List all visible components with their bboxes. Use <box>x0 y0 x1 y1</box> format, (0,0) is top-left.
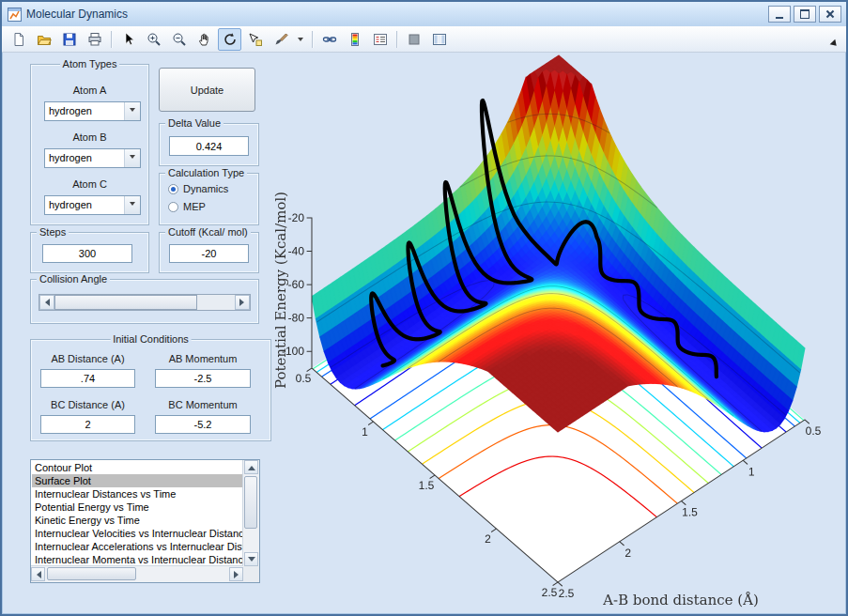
collision-angle-slider[interactable] <box>39 294 251 311</box>
list-item[interactable]: Internuclear Distances vs Time <box>32 487 242 500</box>
colorbar-icon <box>347 32 362 47</box>
atom-a-value: hydrogen <box>45 102 124 120</box>
plot-type-listbox[interactable]: Contour PlotSurface PlotInternuclear Dis… <box>30 459 260 583</box>
window-title: Molecular Dynamics <box>26 8 128 21</box>
calculation-type-panel: Calculation Type Dynamics MEP <box>159 173 259 225</box>
minimize-button[interactable] <box>768 6 791 23</box>
atom-c-value: hydrogen <box>45 196 124 214</box>
pan-hand-icon <box>197 32 212 47</box>
scroll-up-button[interactable] <box>244 460 258 474</box>
scroll-down-button[interactable] <box>244 552 258 566</box>
list-item[interactable]: Kinetic Energy vs Time <box>32 514 242 527</box>
atom-a-dropdown[interactable]: hydrogen <box>44 101 141 121</box>
zoom-in-button[interactable] <box>142 28 165 51</box>
radio-dynamics[interactable]: Dynamics <box>168 183 228 194</box>
minimize-icon <box>776 17 783 19</box>
maximize-icon <box>800 9 809 19</box>
steps-input[interactable] <box>42 244 132 263</box>
brush-button[interactable] <box>269 28 292 51</box>
atom-b-dropdown[interactable]: hydrogen <box>44 148 141 168</box>
cutoff-panel: Cutoff (Kcal/ mol) <box>159 232 259 273</box>
titlebar[interactable]: Molecular Dynamics <box>2 2 846 27</box>
toolbar-overflow-chevron[interactable] <box>830 39 842 52</box>
pointer-tool-button[interactable] <box>116 28 140 51</box>
list-item[interactable]: Surface Plot <box>32 474 242 487</box>
scrollbar-corner <box>243 566 259 582</box>
new-file-button[interactable] <box>7 28 30 51</box>
horizontal-scrollbar[interactable] <box>31 565 243 582</box>
list-item[interactable]: Internuclear Velocities vs Internuclear … <box>32 527 242 540</box>
arrow-left-icon <box>33 571 41 578</box>
print-button[interactable] <box>83 28 106 51</box>
open-file-button[interactable] <box>32 28 55 51</box>
list-item[interactable]: Potential Energy vs Time <box>32 500 242 514</box>
radio-icon <box>168 184 178 194</box>
list-item[interactable]: Internuclear Accelerations vs Internucle… <box>32 540 242 553</box>
steps-panel: Steps <box>30 232 149 273</box>
toolbar-separator <box>111 31 112 48</box>
bc-distance-input[interactable] <box>40 415 135 434</box>
insert-colorbar-button[interactable] <box>343 28 366 51</box>
print-icon <box>87 32 102 47</box>
panel-title: Initial Conditions <box>110 333 192 345</box>
chevron-down-icon <box>298 38 303 44</box>
dropdown-arrow-icon[interactable] <box>124 196 140 214</box>
insert-legend-button[interactable] <box>368 28 392 51</box>
link-plots-button[interactable] <box>317 28 341 51</box>
horizontal-scroll-thumb[interactable] <box>47 567 136 580</box>
zoom-out-button[interactable] <box>167 28 191 51</box>
show-plot-tools-icon <box>432 32 447 47</box>
panel-title: Delta Value <box>165 117 224 129</box>
atom-b-label: Atom B <box>31 131 148 143</box>
maximize-button[interactable] <box>794 6 816 23</box>
new-file-icon <box>11 32 26 47</box>
list-item[interactable]: Internuclear Momenta vs Internuclear Dis… <box>32 553 242 565</box>
bc-distance-label: BC Distance (A) <box>40 399 135 410</box>
atom-c-label: Atom C <box>31 178 148 190</box>
scroll-right-button[interactable] <box>229 567 243 581</box>
legend-icon <box>373 32 388 47</box>
pan-tool-button[interactable] <box>193 28 216 51</box>
radio-mep[interactable]: MEP <box>168 201 206 212</box>
update-button[interactable]: Update <box>159 68 255 112</box>
vertical-scrollbar[interactable] <box>242 460 259 566</box>
figure-toolbar <box>2 26 846 53</box>
dropdown-arrow-icon[interactable] <box>124 102 140 120</box>
dropdown-arrow-icon[interactable] <box>124 149 140 167</box>
open-folder-icon <box>37 32 52 47</box>
radio-icon <box>168 202 178 212</box>
ab-distance-input[interactable] <box>40 369 135 388</box>
atom-c-dropdown[interactable]: hydrogen <box>44 195 141 215</box>
collision-angle-panel: Collision Angle <box>30 279 259 324</box>
bc-momentum-input[interactable] <box>155 415 251 434</box>
molecular-dynamics-window: Molecular Dynamics Atom Types Atom A <box>0 0 848 616</box>
slider-right-arrow[interactable] <box>235 295 250 310</box>
potential-energy-surface-plot[interactable] <box>274 53 845 616</box>
show-plot-tools-button[interactable] <box>427 28 451 51</box>
panel-title: Calculation Type <box>165 167 247 178</box>
toolbar-separator <box>312 31 313 48</box>
arrow-down-icon <box>248 557 255 565</box>
delta-value-panel: Delta Value <box>159 123 259 166</box>
toolbar-separator <box>396 31 397 48</box>
cutoff-input[interactable] <box>169 244 249 263</box>
zoom-out-icon <box>172 32 187 47</box>
close-icon <box>825 9 835 19</box>
save-button[interactable] <box>57 28 81 51</box>
list-item[interactable]: Contour Plot <box>32 461 242 474</box>
panel-title: Collision Angle <box>37 273 110 285</box>
slider-thumb[interactable] <box>54 295 197 310</box>
vertical-scroll-thumb[interactable] <box>244 476 257 529</box>
data-cursor-button[interactable] <box>243 28 267 51</box>
close-button[interactable] <box>819 6 841 23</box>
ab-momentum-input[interactable] <box>155 369 251 388</box>
slider-left-arrow[interactable] <box>39 295 54 310</box>
hide-plot-tools-button[interactable] <box>402 28 425 51</box>
brush-dropdown-button[interactable] <box>294 28 307 51</box>
rotate-3d-icon <box>223 32 238 47</box>
scroll-left-button[interactable] <box>31 567 45 581</box>
panel-title: Cutoff (Kcal/ mol) <box>165 226 251 238</box>
delta-value-input[interactable] <box>169 136 249 156</box>
atom-a-label: Atom A <box>31 85 148 96</box>
rotate-3d-button[interactable] <box>218 28 241 51</box>
